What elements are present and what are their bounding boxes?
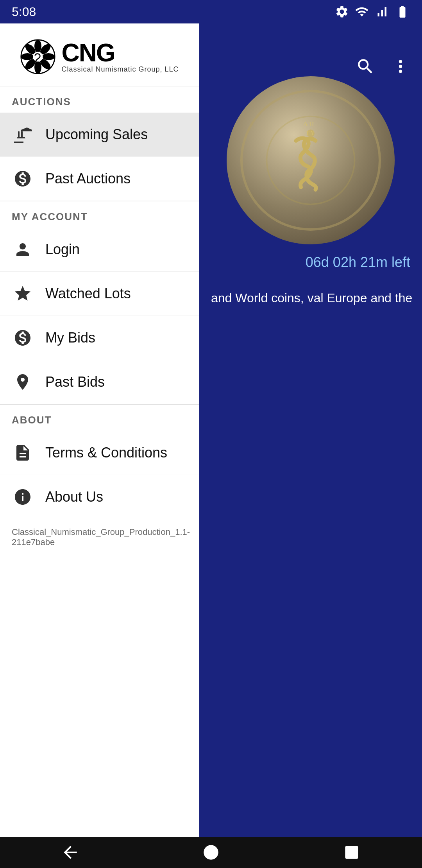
sidebar-item-my-bids[interactable]: My Bids (0, 316, 199, 360)
sidebar-item-terms[interactable]: Terms & Conditions (0, 431, 199, 475)
svg-point-14 (204, 845, 218, 860)
sidebar-item-upcoming-sales[interactable]: Upcoming Sales (0, 113, 199, 157)
terms-label: Terms & Conditions (45, 445, 167, 461)
sidebar-item-past-bids[interactable]: Past Bids (0, 360, 199, 404)
info-icon (12, 486, 34, 508)
my-bids-label: My Bids (45, 330, 95, 346)
gavel-icon (12, 124, 34, 145)
sidebar-item-past-auctions[interactable]: Past Auctions (0, 157, 199, 201)
timer-text: 06d 02h 21m left (306, 254, 410, 271)
navigation-drawer: CNG Classical Numismatic Group, LLC AUCT… (0, 23, 199, 837)
svg-point-13 (33, 52, 43, 61)
home-button[interactable] (191, 841, 231, 864)
logo-subtitle-text: Classical Numismatic Group, LLC (61, 65, 179, 74)
svg-point-11 (21, 53, 34, 60)
watched-lots-label: Watched Lots (45, 285, 131, 302)
login-label: Login (45, 241, 80, 258)
wifi-icon (355, 5, 369, 19)
sidebar-item-watched-lots[interactable]: Watched Lots (0, 272, 199, 316)
version-text: Classical_Numismatic_Group_Production_1.… (0, 519, 199, 555)
battery-icon (395, 5, 410, 19)
about-section-header: ABOUT (0, 405, 199, 431)
bottom-nav (0, 837, 422, 868)
logo-area: CNG Classical Numismatic Group, LLC (0, 23, 199, 86)
cng-logo-icon (20, 39, 55, 74)
svg-rect-15 (345, 846, 358, 859)
signal-icon (375, 5, 389, 19)
location-icon (12, 371, 34, 393)
bid-icon (12, 327, 34, 349)
person-icon (12, 239, 34, 260)
past-auctions-label: Past Auctions (45, 170, 131, 187)
recent-button[interactable] (332, 841, 371, 864)
logo-text: CNG Classical Numismatic Group, LLC (61, 40, 179, 74)
svg-point-7 (42, 53, 55, 60)
dollar-icon (12, 168, 34, 190)
upcoming-sales-label: Upcoming Sales (45, 126, 148, 143)
document-icon (12, 442, 34, 464)
past-bids-label: Past Bids (45, 374, 105, 390)
auctions-section-header: AUCTIONS (0, 86, 199, 113)
svg-point-5 (34, 40, 41, 52)
settings-icon (335, 5, 349, 19)
sidebar-item-about-us[interactable]: About Us (0, 475, 199, 519)
coin-image: Δ H T Y (199, 47, 422, 274)
my-account-section-header: MY ACCOUNT (0, 201, 199, 228)
logo-cng-text: CNG (61, 40, 179, 65)
logo: CNG Classical Numismatic Group, LLC (20, 39, 179, 74)
description-text: and World coins, val Europe and the (211, 289, 414, 307)
star-icon (12, 283, 34, 305)
sidebar-item-login[interactable]: Login (0, 228, 199, 272)
status-time: 5:08 (12, 5, 36, 19)
status-bar: 5:08 (0, 0, 422, 23)
status-icons (335, 5, 410, 19)
about-us-label: About Us (45, 489, 103, 505)
back-button[interactable] (51, 841, 90, 864)
